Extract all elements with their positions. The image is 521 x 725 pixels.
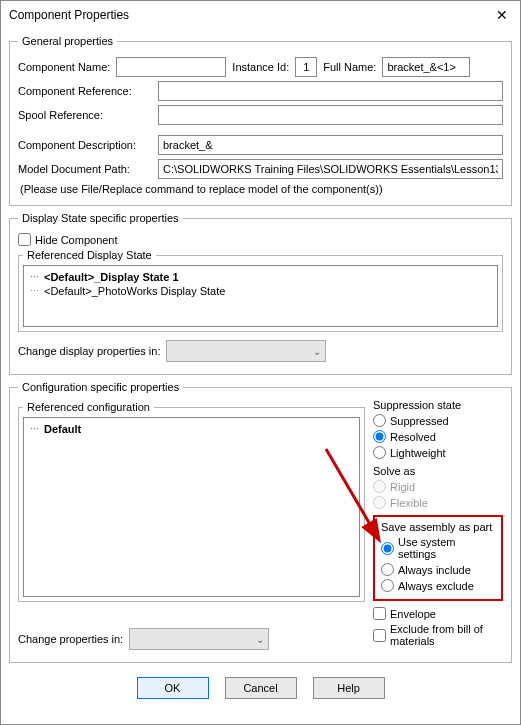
configuration-group: Configuration specific properties Refere… bbox=[9, 381, 512, 663]
suppressed-radio[interactable] bbox=[373, 414, 386, 427]
referenced-display-state-group: Referenced Display State <Default>_Displ… bbox=[18, 249, 503, 332]
change-props-combo[interactable]: ⌄ bbox=[129, 628, 269, 650]
change-display-props-combo[interactable]: ⌄ bbox=[166, 340, 326, 362]
always-exclude-radio[interactable] bbox=[381, 579, 394, 592]
envelope-checkbox[interactable] bbox=[373, 607, 386, 620]
always-exclude-label: Always exclude bbox=[398, 580, 474, 592]
component-description-label: Component Description: bbox=[18, 139, 152, 151]
display-state-group: Display State specific properties Hide C… bbox=[9, 212, 512, 375]
display-state-legend: Display State specific properties bbox=[18, 212, 183, 224]
referenced-config-group: Referenced configuration Default bbox=[18, 401, 365, 602]
config-item[interactable]: Default bbox=[30, 422, 353, 436]
component-reference-label: Component Reference: bbox=[18, 85, 152, 97]
component-name-label: Component Name: bbox=[18, 61, 110, 73]
replace-note: (Please use File/Replace command to repl… bbox=[20, 183, 503, 195]
full-name-input bbox=[382, 57, 470, 77]
change-props-label: Change properties in: bbox=[18, 633, 123, 645]
suppressed-label: Suppressed bbox=[390, 415, 449, 427]
use-system-settings-radio[interactable] bbox=[381, 542, 394, 555]
configuration-legend: Configuration specific properties bbox=[18, 381, 183, 393]
hide-component-checkbox[interactable] bbox=[18, 233, 31, 246]
rigid-radio bbox=[373, 480, 386, 493]
chevron-down-icon: ⌄ bbox=[256, 634, 264, 645]
lightweight-label: Lightweight bbox=[390, 447, 446, 459]
resolved-radio[interactable] bbox=[373, 430, 386, 443]
instance-id-input bbox=[295, 57, 317, 77]
always-include-radio[interactable] bbox=[381, 563, 394, 576]
lightweight-radio[interactable] bbox=[373, 446, 386, 459]
help-button[interactable]: Help bbox=[313, 677, 385, 699]
model-doc-path-input bbox=[158, 159, 503, 179]
referenced-config-legend: Referenced configuration bbox=[23, 401, 154, 413]
dialog-window: Component Properties ✕ General propertie… bbox=[0, 0, 521, 725]
full-name-label: Full Name: bbox=[323, 61, 376, 73]
solve-as-title: Solve as bbox=[373, 465, 503, 477]
dialog-footer: OK Cancel Help bbox=[9, 669, 512, 711]
use-system-settings-label: Use system settings bbox=[398, 536, 495, 560]
chevron-down-icon: ⌄ bbox=[313, 346, 321, 357]
config-tree[interactable]: Default bbox=[23, 417, 360, 597]
dialog-content: General properties Component Name: Insta… bbox=[1, 29, 520, 724]
exclude-bom-label: Exclude from bill of materials bbox=[390, 623, 503, 647]
titlebar: Component Properties ✕ bbox=[1, 1, 520, 29]
rigid-label: Rigid bbox=[390, 481, 415, 493]
instance-id-label: Instance Id: bbox=[232, 61, 289, 73]
resolved-label: Resolved bbox=[390, 431, 436, 443]
ok-button[interactable]: OK bbox=[137, 677, 209, 699]
hide-component-label: Hide Component bbox=[35, 234, 118, 246]
component-reference-input[interactable] bbox=[158, 81, 503, 101]
window-title: Component Properties bbox=[9, 8, 129, 22]
change-display-props-label: Change display properties in: bbox=[18, 345, 160, 357]
display-state-item[interactable]: <Default>_Display State 1 bbox=[30, 270, 491, 284]
component-description-input[interactable] bbox=[158, 135, 503, 155]
model-doc-path-label: Model Document Path: bbox=[18, 163, 152, 175]
flexible-radio bbox=[373, 496, 386, 509]
suppression-state-title: Suppression state bbox=[373, 399, 503, 411]
display-state-tree[interactable]: <Default>_Display State 1 <Default>_Phot… bbox=[23, 265, 498, 327]
general-legend: General properties bbox=[18, 35, 117, 47]
save-assembly-title: Save assembly as part bbox=[381, 521, 495, 533]
spool-reference-input[interactable] bbox=[158, 105, 503, 125]
save-assembly-highlight: Save assembly as part Use system setting… bbox=[373, 515, 503, 601]
close-icon[interactable]: ✕ bbox=[492, 7, 512, 23]
envelope-label: Envelope bbox=[390, 608, 436, 620]
display-state-item[interactable]: <Default>_PhotoWorks Display State bbox=[30, 284, 491, 298]
component-name-input[interactable] bbox=[116, 57, 226, 77]
general-properties-group: General properties Component Name: Insta… bbox=[9, 35, 512, 206]
exclude-bom-checkbox[interactable] bbox=[373, 629, 386, 642]
always-include-label: Always include bbox=[398, 564, 471, 576]
referenced-display-state-legend: Referenced Display State bbox=[23, 249, 156, 261]
spool-reference-label: Spool Reference: bbox=[18, 109, 152, 121]
cancel-button[interactable]: Cancel bbox=[225, 677, 297, 699]
flexible-label: Flexible bbox=[390, 497, 428, 509]
